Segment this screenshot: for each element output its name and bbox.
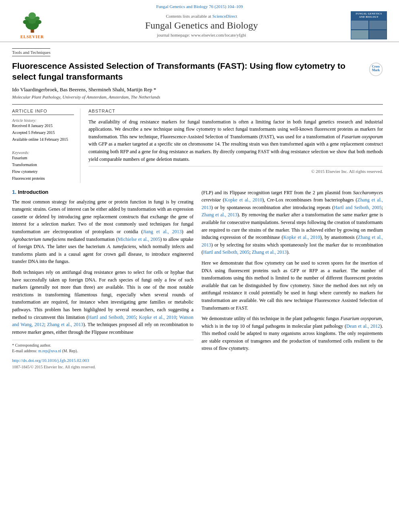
svg-point-4 <box>23 20 29 24</box>
svg-text:Cross: Cross <box>372 65 380 68</box>
journal-header: Fungal Genetics and Biology 76 (2015) 10… <box>0 0 399 42</box>
keyword-transformation: Transformation <box>12 162 74 167</box>
logo-cell-3 <box>351 30 369 39</box>
article-info-panel: ARTICLE INFO Article history: Received 8… <box>12 109 80 183</box>
logo-title: FUNGAL GENETICSAND BIOLOGY <box>351 11 387 20</box>
ref-jiang[interactable]: Jiang et al., 2013 <box>143 229 181 234</box>
elsevier-logo: ELSEVIER <box>12 12 52 39</box>
intro-para2: Both techniques rely on antifungal drug … <box>12 269 193 336</box>
keyword-flow-cytometry: Flow cytometry <box>12 169 74 174</box>
abstract-text: The availability of drug resistance mark… <box>88 118 383 163</box>
main-content: Tools and Techniques Cross Mark Fluoresc… <box>0 42 399 376</box>
email-label: E-mail address: <box>12 349 37 353</box>
issn-line: 1087-1845/© 2015 Elsevier Inc. All right… <box>12 365 96 369</box>
email-link[interactable]: m.rep@uva.nl <box>38 349 61 353</box>
contents-line: Contents lists available at ScienceDirec… <box>52 14 351 18</box>
received-date: Received 8 January 2015 <box>12 123 74 128</box>
email-name: (M. Rep). <box>62 349 78 353</box>
svg-text:Mark: Mark <box>372 68 380 72</box>
ref-kopke3[interactable]: Kopke et al., 2010 <box>283 234 320 240</box>
ref-dean[interactable]: Dean et al., 2012 <box>346 323 380 329</box>
ref-michielse[interactable]: Michielse et al., 2005 <box>118 236 160 242</box>
crossmark-icon: Cross Mark <box>369 62 383 76</box>
logo-cell-1 <box>351 20 369 30</box>
body-section: 1. Introduction The most common strategy… <box>12 189 383 370</box>
authors: Ido Vlaardingerbroek, Bas Beerens, Sherm… <box>12 86 383 93</box>
journal-citation: Fungal Genetics and Biology 76 (2015) 10… <box>8 4 391 9</box>
ref-kopke[interactable]: Kopke et al., 2010 <box>139 314 176 320</box>
right-para3: We demonstrate utility of this technique… <box>202 315 383 352</box>
journal-homepage: journal homepage: www.elsevier.com/locat… <box>52 33 351 37</box>
affiliation: Molecular Plant Pathology, University of… <box>12 94 383 99</box>
sciencedirect-link[interactable]: ScienceDirect <box>212 14 237 18</box>
ref-kopke2[interactable]: Kopke et al., 2010 <box>224 197 262 203</box>
ref-hartl-seiboth[interactable]: Hartl and Seiboth, 2005 <box>88 314 136 320</box>
keyword-fluorescent: Fluorescent proteins <box>12 176 74 181</box>
intro-para1: The most common strategy for analyzing g… <box>12 198 193 265</box>
abstract-panel: ABSTRACT The availability of drug resist… <box>88 109 383 183</box>
article-info-title: ARTICLE INFO <box>12 109 74 115</box>
article-info-abstract: ARTICLE INFO Article history: Received 8… <box>12 104 383 183</box>
right-para2: Here we demonstrate that flow cytometry … <box>202 259 383 312</box>
svg-point-7 <box>35 16 39 20</box>
elsevier-wordmark: ELSEVIER <box>21 35 44 39</box>
ref-hartl2[interactable]: Hartl and Seiboth, 2005 <box>334 205 382 210</box>
footnote-area: * Corresponding author. E-mail address: … <box>12 340 193 354</box>
logo-cell-4 <box>369 30 387 39</box>
journal-title-center: Contents lists available at ScienceDirec… <box>52 14 351 37</box>
doi-link[interactable]: http://dx.doi.org/10.1016/j.fgb.2015.02.… <box>12 358 89 363</box>
ref-zhang5[interactable]: Zhang et al., 2013 <box>252 249 287 255</box>
email-note: E-mail address: m.rep@uva.nl (M. Rep). <box>12 348 193 354</box>
copyright-line: © 2015 Elsevier Inc. All rights reserved… <box>88 166 383 174</box>
keyword-fusarium: Fusarium <box>12 156 74 160</box>
author-names: Ido Vlaardingerbroek, Bas Beerens, Sherm… <box>12 86 156 92</box>
history-label: Article history: <box>12 118 74 123</box>
doi-area: http://dx.doi.org/10.1016/j.fgb.2015.02.… <box>12 357 193 370</box>
logo-cell-2 <box>369 20 387 30</box>
journal-logo-right: FUNGAL GENETICSAND BIOLOGY <box>351 11 387 39</box>
svg-point-5 <box>35 20 41 24</box>
accepted-date: Accepted 5 February 2015 <box>12 130 74 135</box>
ref-hartl3[interactable]: Hartl and Seiboth, 2005 <box>203 249 249 255</box>
svg-point-6 <box>25 16 29 20</box>
contents-text: Contents lists available at <box>166 14 211 18</box>
svg-point-3 <box>28 12 35 19</box>
keywords-label: Keywords: <box>12 150 74 155</box>
body-right-col: (FLP) and its Flippase recognition targe… <box>202 189 383 370</box>
elsevier-tree-icon <box>19 12 45 34</box>
article-title-block: Cross Mark Fluorescence Assisted Selecti… <box>12 60 383 82</box>
intro-heading: 1. Introduction <box>12 189 193 195</box>
journal-title-main: Fungal Genetics and Biology <box>52 20 351 31</box>
journal-banner: ELSEVIER Contents lists available at Sci… <box>8 11 391 39</box>
right-para1: (FLP) and its Flippase recognition targe… <box>202 189 383 256</box>
article-title: Fluorescence Assisted Selection of Trans… <box>12 60 383 82</box>
corresponding-note: * Corresponding author. <box>12 343 193 348</box>
section-tag-text: Tools and Techniques <box>12 48 50 56</box>
ref-zhang3[interactable]: Zhang et al., 2013 <box>202 212 237 218</box>
abstract-title: ABSTRACT <box>88 109 383 115</box>
body-left-col: 1. Introduction The most common strategy… <box>12 189 193 370</box>
ref-zhang[interactable]: Zhang et al., 2013 <box>47 322 83 327</box>
section-tag: Tools and Techniques <box>12 48 383 60</box>
available-date: Available online 14 February 2015 <box>12 137 74 142</box>
